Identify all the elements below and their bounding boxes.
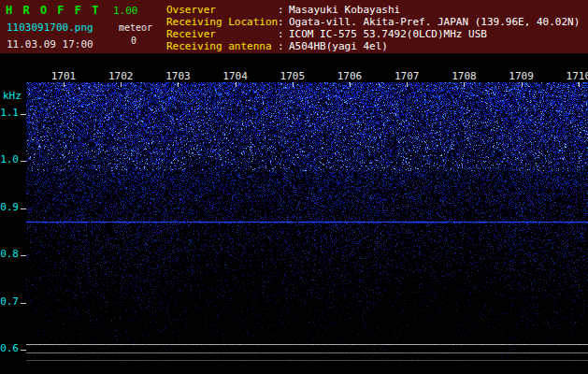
info-row-observer: Ovserver : Masayuki Kobayashi bbox=[166, 4, 580, 16]
x-tick-label: 1710 bbox=[566, 70, 588, 82]
info-value: Masayuki Kobayashi bbox=[289, 4, 400, 16]
header-bar: H R O F F T 1.00 1103091700.png meteor 0… bbox=[0, 0, 588, 53]
info-value: ICOM IC-575 53.7492(0LCD)MHz USB bbox=[289, 28, 487, 40]
x-tick-label: 1708 bbox=[452, 70, 477, 82]
info-label: Receiving Location bbox=[166, 16, 278, 28]
y-tick-label: 0.8 bbox=[0, 249, 19, 260]
info-row-antenna: Receiving antenna : A504HB(yagi 4el) bbox=[166, 40, 580, 52]
info-label: Ovserver bbox=[166, 4, 278, 16]
info-value: Ogata-vill. Akita-Pref. JAPAN (139.96E, … bbox=[289, 16, 580, 28]
x-tick-label: 1701 bbox=[51, 70, 77, 82]
y-tick-label: 0.7 bbox=[0, 296, 19, 308]
info-row-receiver: Receiver : ICOM IC-575 53.7492(0LCD)MHz … bbox=[166, 28, 580, 40]
x-tick-label: 1702 bbox=[108, 70, 134, 82]
x-tick-label: 1706 bbox=[337, 70, 363, 82]
hrofft-window: { "app": { "title": "H R O F F T", "vers… bbox=[0, 0, 588, 374]
app-title: H R O F F T bbox=[6, 4, 100, 17]
y-tick-label: 1.1 bbox=[0, 108, 19, 119]
y-tick-label: 0.9 bbox=[0, 202, 19, 213]
y-tick-label: 1.0 bbox=[0, 154, 19, 165]
meteor-counter-label: meteor bbox=[119, 22, 152, 33]
app-version: 1.00 bbox=[113, 5, 138, 17]
y-axis-unit: kHz bbox=[3, 90, 22, 102]
x-tick-label: 1703 bbox=[165, 70, 191, 82]
y-tick-label: 0.6 bbox=[0, 343, 19, 354]
observer-info: Ovserver : Masayuki Kobayashi Receiving … bbox=[166, 4, 580, 52]
info-colon: : bbox=[278, 28, 289, 40]
meteor-counter-value: 0 bbox=[131, 36, 136, 46]
info-colon: : bbox=[278, 40, 289, 52]
observation-timestamp: 11.03.09 17:00 bbox=[7, 38, 93, 50]
info-row-location: Receiving Location : Ogata-vill. Akita-P… bbox=[166, 16, 580, 28]
x-tick-label: 1707 bbox=[394, 70, 420, 82]
info-label: Receiver bbox=[166, 28, 278, 40]
spectrogram-canvas bbox=[26, 82, 588, 365]
output-filename: 1103091700.png bbox=[7, 22, 93, 34]
info-value: A504HB(yagi 4el) bbox=[289, 40, 388, 52]
x-tick-label: 1704 bbox=[222, 70, 248, 82]
x-tick-label: 1709 bbox=[509, 70, 534, 82]
x-tick-label: 1705 bbox=[280, 70, 306, 82]
info-colon: : bbox=[278, 16, 289, 28]
info-label: Receiving antenna bbox=[166, 40, 278, 52]
info-colon: : bbox=[278, 4, 289, 16]
